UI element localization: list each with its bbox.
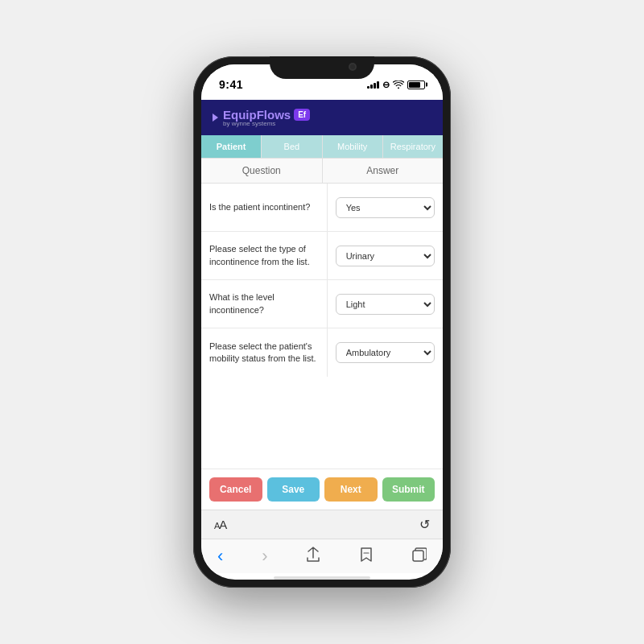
- text-size-control[interactable]: AA: [214, 518, 226, 531]
- cancel-button[interactable]: Cancel: [209, 477, 262, 502]
- share-button[interactable]: [306, 547, 320, 567]
- share-icon: [306, 547, 320, 563]
- logo-block: EquipFlows Ef by wynne systems: [223, 108, 310, 127]
- answer-2: Urinary Fecal Both: [328, 232, 443, 279]
- table-row: Please select the type of incontinence f…: [201, 232, 443, 280]
- wifi-icon-svg: [393, 80, 404, 89]
- logo-badge: Ef: [294, 109, 310, 121]
- column-question: Question: [201, 159, 323, 183]
- column-answer: Answer: [323, 159, 444, 183]
- signal-icon: [367, 80, 379, 89]
- tab-mobility[interactable]: Mobility: [323, 135, 383, 158]
- svg-rect-0: [413, 551, 423, 561]
- phone-screen: 9:41 ⊖: [201, 64, 443, 580]
- select-incontinent[interactable]: Yes No: [336, 197, 435, 218]
- answer-1: Yes No: [328, 184, 443, 231]
- bookmarks-icon: [359, 547, 374, 562]
- wifi-icon: ⊖: [382, 80, 390, 90]
- select-incontinence-level[interactable]: Light Moderate Heavy: [336, 294, 435, 315]
- app-header: EquipFlows Ef by wynne systems: [201, 100, 443, 135]
- back-button[interactable]: ‹: [217, 546, 223, 567]
- status-time: 9:41: [219, 78, 243, 91]
- form-table: Question Answer Is the patient incontine…: [201, 159, 443, 469]
- refresh-button[interactable]: ↺: [419, 517, 430, 532]
- table-header: Question Answer: [201, 159, 443, 184]
- next-button[interactable]: Next: [324, 477, 378, 502]
- table-row: Please select the patient's mobility sta…: [201, 328, 443, 377]
- table-row: What is the level incontinence? Light Mo…: [201, 280, 443, 328]
- select-incontinence-type[interactable]: Urinary Fecal Both: [336, 246, 435, 266]
- home-indicator: [274, 576, 370, 580]
- phone-frame: 9:41 ⊖: [193, 56, 451, 588]
- front-camera: [349, 63, 357, 71]
- status-icons: ⊖: [367, 80, 425, 90]
- logo-triangle-icon: [213, 114, 218, 122]
- question-4: Please select the patient's mobility sta…: [201, 328, 328, 377]
- forward-button[interactable]: ›: [262, 546, 267, 567]
- save-button[interactable]: Save: [267, 477, 320, 502]
- tab-bed[interactable]: Bed: [262, 135, 322, 158]
- answer-3: Light Moderate Heavy: [328, 280, 443, 328]
- tab-bar: Patient Bed Mobility Respiratory: [201, 135, 443, 159]
- question-3: What is the level incontinence?: [201, 280, 328, 328]
- tab-patient[interactable]: Patient: [201, 135, 262, 158]
- browser-bar: AA ↺: [201, 510, 443, 539]
- tabs-button[interactable]: [412, 547, 427, 566]
- phone-notch: [270, 56, 374, 79]
- bottom-nav: ‹ ›: [201, 539, 443, 573]
- submit-button[interactable]: Submit: [382, 477, 436, 502]
- tab-respiratory[interactable]: Respiratory: [383, 135, 443, 158]
- action-buttons: Cancel Save Next Submit: [201, 469, 443, 510]
- select-mobility-status[interactable]: Ambulatory Non-Ambulatory Assisted: [336, 342, 435, 363]
- tabs-icon: [412, 547, 427, 562]
- logo-sub: by wynne systems: [223, 120, 310, 127]
- question-2: Please select the type of incontinence f…: [201, 232, 328, 279]
- battery-icon: [407, 80, 425, 89]
- question-1: Is the patient incontinent?: [201, 184, 328, 231]
- bookmarks-button[interactable]: [359, 547, 374, 566]
- answer-4: Ambulatory Non-Ambulatory Assisted: [328, 328, 443, 377]
- table-row: Is the patient incontinent? Yes No: [201, 184, 443, 232]
